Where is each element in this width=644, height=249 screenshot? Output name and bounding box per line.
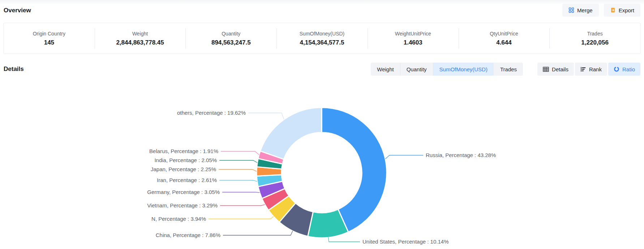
- pie-label-japan: Japan, Percentage : 2.25%: [151, 165, 216, 173]
- stat-value: 145: [44, 39, 54, 46]
- pie-label-china: China, Percentage : 7.86%: [156, 231, 220, 239]
- rank-bars-icon: [580, 67, 586, 72]
- stat-weight-unit-price: WeightUnitPrice 1.4603: [368, 23, 459, 54]
- stat-trades: Trades 1,220,056: [549, 23, 640, 54]
- pie-label-belarus: Belarus, Percentage : 1.91%: [149, 147, 218, 155]
- page-title-overview: Overview: [4, 7, 31, 14]
- tab-weight[interactable]: Weight: [371, 63, 400, 76]
- stat-label: QtyUnitPrice: [490, 31, 518, 37]
- leader-line-iran: [219, 180, 257, 181]
- metric-tab-group: Weight Quantity SumOfMoney(USD) Trades: [371, 63, 523, 76]
- stat-label: WeightUnitPrice: [395, 31, 431, 37]
- header-buttons: Merge Export: [562, 4, 640, 17]
- leader-line-russia: [385, 155, 423, 159]
- export-button[interactable]: Export: [604, 4, 640, 17]
- top-shade: [0, 0, 644, 4]
- pie-label-others: others, Percentage : 19.62%: [177, 109, 246, 117]
- stat-quantity: Quantity 894,563,247.5: [185, 23, 276, 54]
- leader-line-others: [248, 113, 284, 119]
- view-tab-rank[interactable]: Rank: [575, 63, 607, 76]
- pie-label-india: India, Percentage : 2.05%: [154, 156, 217, 164]
- pie-label-vietnam: Vietnam, Percentage : 3.29%: [147, 202, 218, 209]
- merge-grid-icon: [568, 7, 574, 13]
- donut-chart: [0, 76, 644, 249]
- view-tab-label: Rank: [589, 66, 602, 72]
- view-tab-ratio[interactable]: Ratio: [608, 63, 640, 76]
- view-tab-details[interactable]: Details: [537, 63, 574, 76]
- stat-value: 1.4603: [404, 39, 422, 46]
- pie-label-russia: Russia, Percentage : 43.28%: [426, 151, 496, 159]
- leader-line-vietnam: [220, 204, 265, 206]
- pie-label-germany: Germany, Percentage : 3.05%: [147, 188, 220, 196]
- merge-button[interactable]: Merge: [562, 4, 599, 17]
- pie-label-n: N, Percentage : 3.94%: [151, 215, 206, 223]
- leader-line-germany: [222, 192, 260, 193]
- leader-line-n: [209, 216, 274, 219]
- tab-quantity[interactable]: Quantity: [400, 63, 433, 76]
- pie-label-united-states: United States, Percentage : 10.14%: [362, 238, 448, 245]
- pie-slice-others[interactable]: [260, 107, 322, 159]
- stat-value: 2,844,863,778.45: [116, 39, 164, 46]
- tab-sum-of-money[interactable]: SumOfMoney(USD): [433, 63, 494, 76]
- view-tab-label: Ratio: [622, 66, 635, 72]
- overview-stats-card: Origin Country 145 Weight 2,844,863,778.…: [3, 23, 641, 54]
- details-controls: Weight Quantity SumOfMoney(USD) Trades D…: [371, 63, 640, 76]
- stat-label: Quantity: [222, 31, 240, 37]
- leader-line-united-states: [329, 237, 360, 242]
- donut-icon: [614, 66, 619, 72]
- view-tab-group: Details Rank Ratio: [537, 63, 640, 76]
- leader-line-india: [219, 160, 257, 163]
- stat-value: 4,154,364,577.5: [300, 39, 344, 46]
- stat-value: 894,563,247.5: [211, 39, 251, 46]
- pie-label-iran: Iran, Percentage : 2.61%: [157, 176, 217, 184]
- stat-value: 1,220,056: [581, 39, 609, 46]
- stat-weight: Weight 2,844,863,778.45: [95, 23, 186, 54]
- leader-line-belarus: [221, 151, 259, 155]
- stat-label: SumOfMoney(USD): [300, 31, 344, 37]
- stat-value: 4.644: [496, 39, 512, 46]
- leader-line-japan: [219, 169, 257, 172]
- export-button-label: Export: [619, 7, 634, 13]
- section-title-details: Details: [4, 66, 24, 73]
- stat-label: Trades: [587, 31, 603, 37]
- stat-sum-of-money: SumOfMoney(USD) 4,154,364,577.5: [276, 23, 368, 54]
- stat-label: Weight: [132, 31, 148, 37]
- tab-trades[interactable]: Trades: [494, 63, 523, 76]
- export-file-icon: [610, 7, 616, 13]
- table-icon: [543, 67, 549, 72]
- stat-label: Origin Country: [33, 31, 65, 37]
- merge-button-label: Merge: [577, 7, 593, 13]
- stat-qty-unit-price: QtyUnitPrice 4.644: [459, 23, 550, 54]
- stat-origin-country: Origin Country 145: [4, 23, 95, 54]
- leader-line-china: [223, 231, 293, 235]
- view-tab-label: Details: [552, 66, 568, 72]
